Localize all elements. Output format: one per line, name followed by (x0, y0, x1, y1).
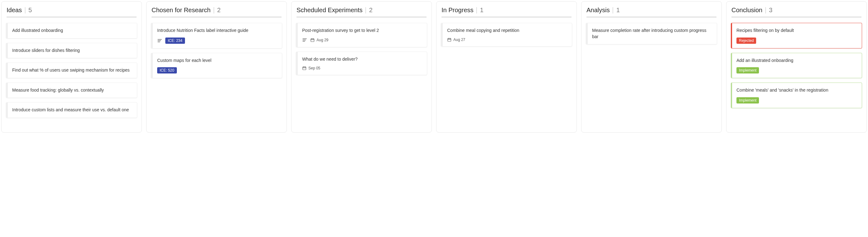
card[interactable]: What do we need to deliver?Sep 05 (296, 52, 427, 76)
card[interactable]: Combine meal copying and repetitionAug 2… (441, 23, 572, 47)
card-title: Measure completion rate after introducin… (592, 28, 712, 40)
column-separator (366, 7, 366, 13)
column-header: Analysis1 (586, 6, 717, 17)
column-divider (6, 17, 136, 17)
board-column: In Progress1Combine meal copying and rep… (436, 1, 577, 132)
column-count: 1 (480, 6, 484, 14)
column-header: Conclusion3 (731, 6, 862, 17)
card[interactable]: Add illustrated onboarding (6, 23, 137, 38)
board-column: Chosen for Research2Introduce Nutrition … (146, 1, 287, 132)
card[interactable]: Recipes filtering on by defaultRejected (731, 23, 862, 49)
card-title: Custom maps for each level (157, 58, 277, 64)
svg-rect-6 (311, 39, 314, 41)
date-chip: Sep 05 (302, 66, 320, 70)
card-list: Add illustrated onboardingIntroduce slid… (6, 23, 137, 118)
svg-rect-14 (448, 38, 451, 41)
column-header: Ideas5 (6, 6, 137, 17)
card-meta: Aug 27 (447, 37, 567, 42)
status-badge: Implement (737, 67, 759, 73)
description-icon (302, 37, 307, 42)
column-divider (297, 17, 427, 17)
status-badge: Implement (737, 97, 759, 103)
calendar-icon (302, 66, 307, 70)
column-title: Conclusion (732, 6, 763, 14)
column-divider (587, 17, 716, 17)
card-title: Find out what % of users use swiping mec… (12, 67, 132, 73)
card-list: Recipes filtering on by defaultRejectedA… (731, 23, 862, 108)
card-title: Combine meal copying and repetition (447, 28, 567, 34)
card-meta: ICE: 234 (157, 37, 277, 44)
card-meta: Sep 05 (302, 66, 423, 70)
card-title: Add an illustrated onboarding (737, 58, 857, 64)
column-count: 1 (616, 6, 620, 14)
card-title: Post-registration survey to get to level… (302, 28, 423, 34)
card[interactable]: Introduce sliders for dishes filtering (6, 43, 137, 58)
column-divider (441, 17, 571, 17)
card-title: Introduce Nutrition Facts label interact… (157, 28, 277, 34)
column-count: 3 (769, 6, 772, 14)
board-column: Scheduled Experiments2Post-registration … (291, 1, 432, 132)
calendar-icon (447, 37, 452, 42)
calendar-icon (310, 38, 315, 42)
board-column: Ideas5Add illustrated onboardingIntroduc… (1, 1, 142, 132)
column-title: Analysis (587, 6, 610, 14)
card-meta: ICE: 520 (157, 67, 277, 73)
card-title: Measure food tracking: globally vs. cont… (12, 87, 132, 93)
column-title: Scheduled Experiments (297, 6, 363, 14)
column-header: Scheduled Experiments2 (296, 6, 427, 17)
column-count: 5 (28, 6, 32, 14)
date-text: Aug 27 (453, 37, 465, 42)
card[interactable]: Measure food tracking: globally vs. cont… (6, 83, 137, 98)
card[interactable]: Custom maps for each levelICE: 520 (151, 53, 282, 79)
card-title: What do we need to deliver? (302, 56, 423, 62)
column-divider (152, 17, 281, 17)
date-text: Sep 05 (308, 66, 320, 70)
column-count: 2 (369, 6, 372, 14)
card-title: Combine 'meals' and 'snacks' in the regi… (737, 87, 857, 93)
card[interactable]: Add an illustrated onboardingImplement (731, 53, 862, 79)
card-title: Add illustrated onboarding (12, 28, 132, 34)
column-title: Ideas (6, 6, 22, 14)
date-chip: Aug 29 (310, 38, 329, 42)
card-title: Introduce sliders for dishes filtering (12, 48, 132, 54)
card-title: Recipes filtering on by default (737, 28, 857, 34)
column-divider (732, 17, 862, 17)
card[interactable]: Combine 'meals' and 'snacks' in the regi… (731, 83, 862, 108)
svg-rect-10 (303, 67, 306, 70)
column-title: In Progress (441, 6, 473, 14)
card[interactable]: Introduce Nutrition Facts label interact… (151, 23, 282, 49)
ice-badge: ICE: 234 (165, 37, 185, 44)
card-meta: Aug 29 (302, 37, 423, 42)
column-separator (476, 7, 477, 13)
column-count: 2 (217, 6, 221, 14)
column-title: Chosen for Research (152, 6, 211, 14)
card-meta: Implement (737, 67, 857, 73)
card[interactable]: Measure completion rate after introducin… (586, 23, 717, 45)
column-header: In Progress1 (441, 6, 572, 17)
board-column: Conclusion3Recipes filtering on by defau… (726, 1, 867, 132)
card-list: Post-registration survey to get to level… (296, 23, 427, 75)
board-column: Analysis1Measure completion rate after i… (581, 1, 722, 132)
column-separator (214, 7, 214, 13)
card-list: Measure completion rate after introducin… (586, 23, 717, 45)
card-meta: Implement (737, 97, 857, 103)
card-list: Introduce Nutrition Facts label interact… (151, 23, 282, 78)
column-separator (766, 7, 766, 13)
date-text: Aug 29 (316, 38, 329, 42)
description-icon (157, 38, 162, 43)
card[interactable]: Post-registration survey to get to level… (296, 23, 427, 47)
date-chip: Aug 27 (447, 37, 465, 42)
column-separator (613, 7, 613, 13)
card[interactable]: Introduce custom lists and measure their… (6, 102, 137, 118)
status-badge: Rejected (737, 37, 756, 44)
column-separator (25, 7, 25, 13)
column-header: Chosen for Research2 (151, 6, 282, 17)
card-meta: Rejected (737, 37, 857, 44)
card-list: Combine meal copying and repetitionAug 2… (441, 23, 572, 47)
ice-badge: ICE: 520 (157, 67, 177, 73)
card[interactable]: Find out what % of users use swiping mec… (6, 62, 137, 78)
card-title: Introduce custom lists and measure their… (12, 107, 132, 113)
